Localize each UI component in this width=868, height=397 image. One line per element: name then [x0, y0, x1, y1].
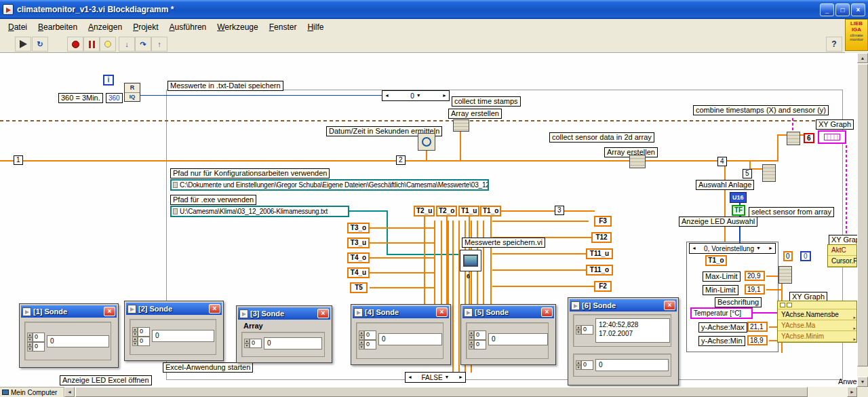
quotient-remainder-node[interactable]: R IQ [124, 83, 140, 102]
property-row[interactable]: Cursor.P [828, 256, 856, 267]
execution-target-bar[interactable]: Mein Computer [0, 387, 64, 397]
index-field[interactable]: 0 [33, 333, 45, 342]
probe-titlebar[interactable]: [5] Sonde × [462, 306, 554, 318]
path-constant-config[interactable]: C:\Dokumente und Einstellungen\Gregor Sc… [170, 179, 489, 191]
index-field[interactable]: 0 [364, 330, 376, 340]
index-spinner[interactable]: ▲▼ [244, 339, 250, 348]
close-button[interactable]: × [664, 301, 675, 310]
chevron-down-icon[interactable]: ▼ [416, 93, 421, 98]
menu-projekt[interactable]: Projekt [127, 20, 163, 34]
terminal-t1o-case[interactable]: T1_o [705, 255, 727, 266]
step-out-button[interactable]: ↑ [151, 37, 167, 52]
chevron-down-icon[interactable]: ▼ [756, 246, 761, 251]
index-control[interactable]: ▲▼0 [469, 330, 486, 340]
case-prev-icon[interactable]: ◄ [408, 375, 412, 380]
index-field[interactable]: 0 [581, 360, 593, 370]
scroll-right-button[interactable]: ► [847, 387, 857, 397]
wire-label-6[interactable]: 6 [804, 133, 814, 143]
case-selector-top[interactable]: ◄ 0▼ ► [382, 90, 450, 101]
index-control[interactable]: ▲▼0 [359, 340, 376, 349]
index-array-node[interactable] [762, 164, 776, 182]
value-field[interactable]: 0 [264, 337, 322, 349]
close-button[interactable]: × [851, 3, 865, 16]
property-node[interactable]: YAchse.Namensbe▸ YAchse.Ma▸ YAchse.Minim… [777, 301, 857, 343]
wire-label-4[interactable]: 4 [717, 157, 727, 166]
close-button[interactable]: × [436, 307, 448, 317]
index-field[interactable]: 0 [138, 337, 150, 346]
case-prev-icon[interactable]: ◄ [692, 246, 696, 251]
probe-window-1[interactable]: [1] Sonde × ▲▼0 ▲▼0 0 [19, 303, 119, 368]
case-selector-bottom[interactable]: ◄ FALSE▼ ► [405, 372, 466, 383]
terminal-t12[interactable]: T12 [591, 232, 612, 243]
property-row[interactable]: YAchse.Ma▸ [778, 320, 856, 331]
maximize-button[interactable]: □ [835, 3, 850, 16]
probe-window-5[interactable]: [5] Sonde × ▲▼0 ▲▼0 0 [460, 304, 556, 365]
string-constant-temperatur[interactable]: Temperatur [°C] [690, 307, 753, 319]
numeric-constant-zero-blue[interactable]: 0 [800, 251, 811, 261]
probe-window-2[interactable]: [2] Sonde × ▲▼0 ▲▼0 0 [124, 301, 224, 361]
index-spinner[interactable]: ▲▼ [132, 327, 138, 337]
min-limit-constant[interactable]: 19,1 [745, 284, 765, 295]
titlebar[interactable]: climatemonitor_v1-3.vi Blockdiagramm * _… [0, 0, 868, 19]
block-diagram-canvas[interactable]: i 360 = 3Min. 360 R IQ Messwerte in .txt… [0, 53, 857, 387]
menu-ausfuehren[interactable]: Ausführen [164, 20, 212, 34]
close-button[interactable]: × [541, 307, 553, 317]
scroll-left-button[interactable]: ◄ [64, 387, 75, 397]
index-control[interactable]: ▲▼0 [576, 360, 593, 370]
minimize-button[interactable]: _ [820, 3, 834, 16]
case-prev-icon[interactable]: ◄ [384, 93, 389, 98]
probe-titlebar[interactable]: [1] Sonde × [21, 305, 117, 318]
probe-window-6[interactable]: [6] Sonde × ▲▼0 12:40:52,828 17.02.2007 … [568, 297, 679, 385]
case-next-icon[interactable]: ► [442, 93, 447, 98]
index-spinner[interactable]: ▲▼ [132, 337, 138, 346]
index-field[interactable]: 0 [138, 327, 150, 337]
menu-fenster[interactable]: Fenster [264, 20, 302, 34]
probe-titlebar[interactable]: [3] Sonde × [238, 307, 330, 320]
wire-label-1[interactable]: 1 [14, 155, 23, 165]
yaxis-max-constant[interactable]: 21,1 [747, 322, 768, 332]
index-field[interactable]: 0 [474, 330, 486, 340]
terminal-t11u[interactable]: T11_u [586, 248, 613, 259]
xy-graph-terminal[interactable] [818, 130, 846, 144]
index-control[interactable]: ▲▼0 [244, 339, 262, 348]
terminal-t1o[interactable]: T1_o [480, 206, 501, 216]
index-spinner[interactable]: ▲▼ [359, 340, 364, 349]
case-next-icon[interactable]: ► [458, 375, 463, 380]
case-next-icon[interactable]: ► [768, 246, 773, 251]
menu-datei[interactable]: Datei [3, 20, 33, 34]
terminal-t2o[interactable]: T2_o [436, 206, 457, 216]
terminal-t5[interactable]: T5 [350, 282, 368, 293]
u16-terminal[interactable]: U16 [730, 192, 747, 203]
terminal-t3o[interactable]: T3_o [347, 223, 370, 233]
index-spinner[interactable]: ▲▼ [27, 342, 33, 352]
case-selector-right[interactable]: ◄ 0, Voreinstellung▼ ► [689, 243, 776, 254]
path-constant-exe[interactable]: U:\Camesma\Klima\03_12_2006-Klimamessung… [170, 206, 349, 217]
scroll-down-button[interactable]: ▼ [857, 377, 868, 387]
probe-window-3[interactable]: [3] Sonde × Array ▲▼0 0 [236, 305, 332, 363]
numeric-constant-zero[interactable]: 0 [783, 251, 793, 261]
pause-button[interactable] [83, 37, 100, 52]
property-row[interactable]: AktC [828, 245, 856, 256]
chevron-down-icon[interactable]: ▼ [445, 375, 450, 380]
index-spinner[interactable]: ▲▼ [469, 330, 474, 340]
step-into-button[interactable]: ↓ [119, 37, 135, 52]
step-over-button[interactable]: ↷ [135, 37, 151, 52]
terminal-f3[interactable]: F3 [594, 216, 612, 227]
bundle-node[interactable] [778, 266, 792, 284]
menu-anzeigen[interactable]: Anzeigen [83, 20, 127, 34]
menu-bearbeiten[interactable]: Bearbeiten [33, 20, 83, 34]
value-field[interactable]: 0 [47, 335, 109, 347]
terminal-f2[interactable]: F2 [594, 281, 612, 292]
index-spinner[interactable]: ▲▼ [469, 340, 474, 349]
get-datetime-node[interactable] [418, 133, 435, 151]
close-button[interactable]: × [209, 304, 220, 314]
index-control[interactable]: ▲▼0 [359, 330, 376, 340]
yaxis-min-constant[interactable]: 18,9 [747, 335, 768, 345]
run-continuous-button[interactable]: ↻ [32, 37, 48, 52]
property-node[interactable]: AktC Cursor.P [827, 244, 857, 267]
property-row[interactable]: YAchse.Minim▸ [778, 331, 856, 342]
close-button[interactable]: × [104, 307, 115, 316]
index-control[interactable]: ▲▼0 [132, 337, 150, 346]
index-control[interactable]: ▲▼0 [469, 340, 486, 349]
boolean-terminal[interactable]: TF [732, 205, 745, 216]
